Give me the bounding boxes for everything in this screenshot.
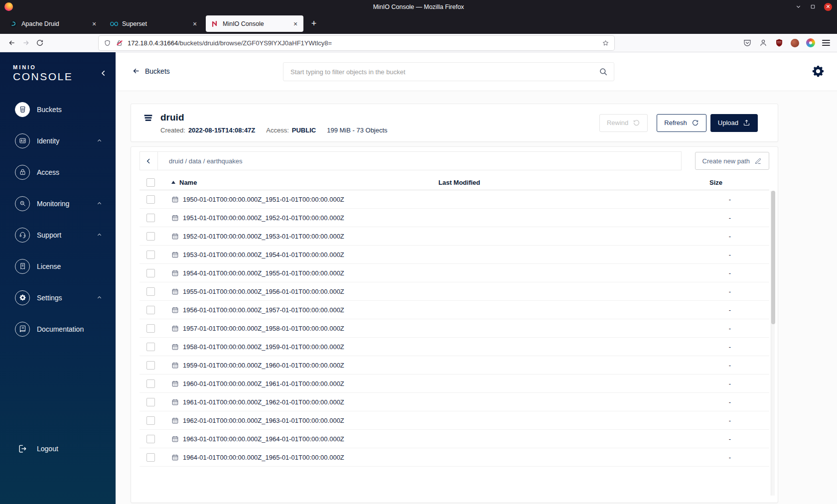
object-name[interactable]: 1952-01-01T00:00:00.000Z_1953-01-01T00:0…	[183, 233, 344, 240]
tab-close-icon[interactable]: ×	[89, 19, 99, 29]
refresh-button[interactable]: Refresh	[657, 114, 706, 132]
rewind-button[interactable]: Rewind	[599, 114, 648, 132]
tab-minio-console[interactable]: MinIO Console ×	[206, 15, 303, 32]
url-bar[interactable]: 172.18.0.4:31664/buckets/druid/browse/ZG…	[99, 36, 614, 50]
create-new-path-button[interactable]: Create new path	[695, 152, 769, 170]
back-icon[interactable]	[5, 36, 19, 50]
object-name[interactable]: 1953-01-01T00:00:00.000Z_1954-01-01T00:0…	[183, 251, 344, 258]
column-size[interactable]: Size	[698, 179, 762, 186]
column-name[interactable]: Name	[161, 179, 438, 186]
select-all-checkbox[interactable]	[146, 178, 155, 187]
table-row[interactable]: 1955-01-01T00:00:00.000Z_1956-01-01T00:0…	[140, 282, 769, 301]
sidebar-item-support[interactable]: Support	[0, 219, 116, 251]
row-checkbox[interactable]	[146, 435, 155, 443]
breadcrumb[interactable]: druid / data / earthquakes	[158, 157, 242, 165]
object-name[interactable]: 1951-01-01T00:00:00.000Z_1952-01-01T00:0…	[183, 214, 344, 222]
row-checkbox[interactable]	[146, 361, 155, 370]
table-row[interactable]: 1964-01-01T00:00:00.000Z_1965-01-01T00:0…	[140, 448, 769, 467]
reload-icon[interactable]	[33, 36, 47, 50]
row-checkbox[interactable]	[146, 232, 155, 241]
table-row[interactable]: 1961-01-01T00:00:00.000Z_1962-01-01T00:0…	[140, 393, 769, 411]
url-text[interactable]: 172.18.0.4:31664/buckets/druid/browse/ZG…	[128, 39, 597, 47]
tab-apache-druid[interactable]: Apache Druid ×	[4, 15, 102, 32]
object-name[interactable]: 1954-01-01T00:00:00.000Z_1955-01-01T00:0…	[183, 269, 344, 277]
row-checkbox[interactable]	[146, 287, 155, 296]
table-row[interactable]: 1954-01-01T00:00:00.000Z_1955-01-01T00:0…	[140, 264, 769, 282]
sidebar-item-access[interactable]: Access	[0, 156, 116, 188]
extension-icon[interactable]	[791, 39, 799, 47]
menu-icon[interactable]	[822, 40, 830, 46]
sidebar-item-label: Identity	[37, 137, 59, 145]
size-cell: -	[698, 417, 762, 424]
tab-close-icon[interactable]: ×	[190, 19, 200, 29]
row-checkbox[interactable]	[146, 416, 155, 425]
account-icon[interactable]	[759, 38, 768, 47]
scrollbar-thumb[interactable]	[771, 191, 775, 324]
forward-icon[interactable]	[19, 36, 33, 50]
path-back-icon[interactable]	[140, 152, 158, 170]
row-checkbox[interactable]	[146, 214, 155, 222]
row-checkbox[interactable]	[146, 269, 155, 277]
insecure-lock-icon[interactable]	[116, 39, 123, 47]
bookmark-star-icon[interactable]	[602, 39, 609, 47]
table-row[interactable]: 1962-01-01T00:00:00.000Z_1963-01-01T00:0…	[140, 411, 769, 430]
table-row[interactable]: 1952-01-01T00:00:00.000Z_1953-01-01T00:0…	[140, 227, 769, 246]
sidebar-collapse-icon[interactable]	[100, 69, 108, 77]
maximize-icon[interactable]	[810, 3, 816, 10]
object-name[interactable]: 1963-01-01T00:00:00.000Z_1964-01-01T00:0…	[183, 435, 344, 443]
tab-close-icon[interactable]: ×	[290, 19, 300, 29]
object-name[interactable]: 1957-01-01T00:00:00.000Z_1958-01-01T00:0…	[183, 325, 344, 332]
minio-favicon-icon	[211, 20, 219, 28]
sidebar-item-buckets[interactable]: Buckets	[0, 94, 116, 125]
sidebar-item-monitoring[interactable]: Monitoring	[0, 188, 116, 219]
access-value: PUBLIC	[292, 126, 316, 134]
table-row[interactable]: 1959-01-01T00:00:00.000Z_1960-01-01T00:0…	[140, 356, 769, 375]
tab-superset[interactable]: Superset ×	[105, 15, 203, 32]
back-to-buckets-link[interactable]: Buckets	[132, 67, 170, 75]
tracking-shield-icon[interactable]	[104, 39, 111, 47]
sidebar-item-identity[interactable]: Identity	[0, 125, 116, 156]
close-window-icon[interactable]: ✕	[824, 3, 832, 11]
new-tab-button[interactable]: +	[307, 17, 321, 31]
upload-button[interactable]: Upload	[710, 114, 758, 132]
object-name[interactable]: 1950-01-01T00:00:00.000Z_1951-01-01T00:0…	[183, 196, 344, 203]
sidebar-item-documentation[interactable]: Documentation	[0, 313, 116, 345]
pinwheel-extension-icon[interactable]	[806, 38, 815, 47]
table-row[interactable]: 1956-01-01T00:00:00.000Z_1957-01-01T00:0…	[140, 301, 769, 319]
search-input[interactable]	[289, 68, 599, 76]
object-name[interactable]: 1960-01-01T00:00:00.000Z_1961-01-01T00:0…	[183, 380, 344, 387]
table-row[interactable]: 1963-01-01T00:00:00.000Z_1964-01-01T00:0…	[140, 430, 769, 448]
object-name[interactable]: 1959-01-01T00:00:00.000Z_1960-01-01T00:0…	[183, 362, 344, 369]
object-name[interactable]: 1955-01-01T00:00:00.000Z_1956-01-01T00:0…	[183, 288, 344, 295]
table-row[interactable]: 1957-01-01T00:00:00.000Z_1958-01-01T00:0…	[140, 319, 769, 338]
row-checkbox[interactable]	[146, 324, 155, 333]
gear-icon[interactable]	[811, 64, 825, 78]
object-name[interactable]: 1961-01-01T00:00:00.000Z_1962-01-01T00:0…	[183, 398, 344, 406]
row-checkbox[interactable]	[146, 251, 155, 259]
row-checkbox[interactable]	[146, 343, 155, 351]
table-row[interactable]: 1951-01-01T00:00:00.000Z_1952-01-01T00:0…	[140, 209, 769, 227]
sidebar-item-license[interactable]: License	[0, 251, 116, 282]
row-checkbox[interactable]	[146, 306, 155, 314]
logout-icon	[15, 444, 30, 454]
object-name[interactable]: 1962-01-01T00:00:00.000Z_1963-01-01T00:0…	[183, 417, 344, 424]
table-scrollbar[interactable]	[771, 191, 775, 496]
row-checkbox[interactable]	[146, 398, 155, 406]
row-checkbox[interactable]	[146, 379, 155, 388]
table-row[interactable]: 1958-01-01T00:00:00.000Z_1959-01-01T00:0…	[140, 338, 769, 356]
object-name[interactable]: 1956-01-01T00:00:00.000Z_1957-01-01T00:0…	[183, 306, 344, 314]
minimize-icon[interactable]	[795, 3, 802, 10]
row-checkbox[interactable]	[146, 195, 155, 204]
sidebar-item-settings[interactable]: Settings	[0, 282, 116, 313]
sidebar-item-logout[interactable]: Logout	[0, 433, 116, 464]
table-row[interactable]: 1960-01-01T00:00:00.000Z_1961-01-01T00:0…	[140, 375, 769, 393]
row-checkbox[interactable]	[146, 453, 155, 462]
table-row[interactable]: 1953-01-01T00:00:00.000Z_1954-01-01T00:0…	[140, 246, 769, 264]
object-filter-search[interactable]	[283, 62, 614, 81]
table-row[interactable]: 1950-01-01T00:00:00.000Z_1951-01-01T00:0…	[140, 190, 769, 209]
object-name[interactable]: 1964-01-01T00:00:00.000Z_1965-01-01T00:0…	[183, 454, 344, 461]
column-last-modified[interactable]: Last Modified	[438, 179, 698, 186]
object-name[interactable]: 1958-01-01T00:00:00.000Z_1959-01-01T00:0…	[183, 343, 344, 351]
pocket-icon[interactable]	[743, 38, 752, 47]
ublock-extension-icon[interactable]	[775, 38, 784, 47]
